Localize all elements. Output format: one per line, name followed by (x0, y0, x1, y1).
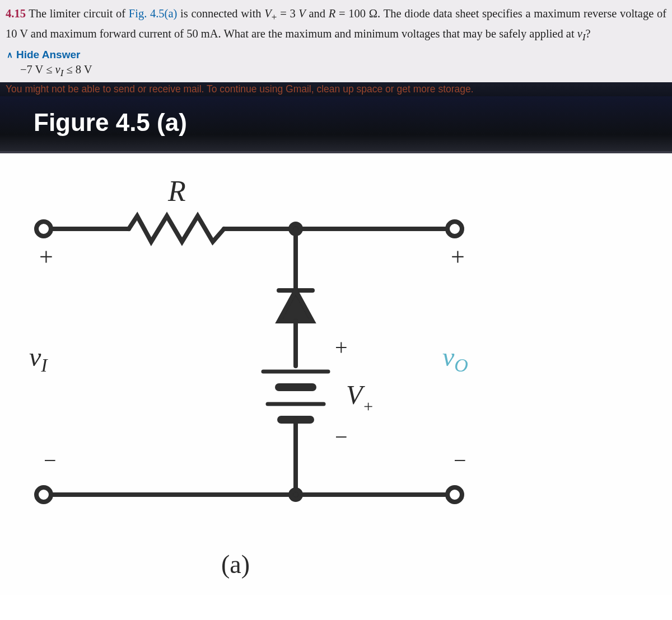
vplus-label: V+ (346, 380, 374, 415)
figure-title-bar: Figure 4.5 (a) (0, 96, 672, 153)
battery-minus: − (335, 424, 348, 449)
minus-left-bottom: − (44, 448, 57, 473)
subfigure-label: (a) (221, 550, 250, 579)
figure-title: Figure 4.5 (a) (34, 109, 187, 136)
r-symbol: R (329, 7, 336, 20)
question-text-1: The limiter circuit of (26, 7, 129, 20)
vplus-eq: = 3 (277, 7, 298, 20)
plus-left-top: + (39, 243, 53, 271)
hide-answer-toggle[interactable]: ∧ Hide Answer (7, 49, 666, 61)
plus-right-top: + (451, 243, 465, 271)
circuit-diagram: R + + vI vO + V+ − − − (a) (0, 153, 672, 595)
resistor-label: R (167, 175, 186, 207)
question-mark: ? (586, 27, 591, 40)
vi-symbol: v (577, 27, 582, 40)
question-block: 4.15 The limiter circuit of Fig. 4.5(a) … (0, 0, 672, 48)
battery-plus: + (335, 335, 348, 360)
hide-answer-label: Hide Answer (16, 49, 80, 61)
svg-point-17 (447, 487, 462, 502)
volt-unit-1: V (298, 7, 306, 20)
figure-area: R + + vI vO + V+ − − − (a) (0, 153, 672, 595)
vo-label: vO (442, 342, 468, 375)
minus-right-bottom: − (454, 448, 466, 473)
chevron-up-icon: ∧ (7, 50, 13, 60)
notice-text: You might not be able to send or receive… (6, 83, 474, 95)
vplus-symbol: V (264, 7, 272, 20)
r-and: and (306, 7, 329, 20)
figure-reference[interactable]: Fig. 4.5(a) (129, 7, 178, 20)
svg-point-4 (447, 222, 462, 236)
question-number: 4.15 (6, 7, 26, 20)
svg-point-16 (36, 487, 51, 502)
vi-label: vI (29, 342, 48, 375)
question-text-2: is connected with (177, 7, 264, 20)
svg-marker-7 (279, 290, 312, 321)
svg-point-3 (36, 222, 51, 236)
svg-point-15 (291, 490, 301, 500)
answer-text: −7 V ≤ vI ≤ 8 V (7, 61, 666, 79)
answer-block: ∧ Hide Answer −7 V ≤ vI ≤ 8 V (0, 48, 672, 82)
gmail-storage-notice: You might not be able to send or receive… (0, 82, 672, 96)
